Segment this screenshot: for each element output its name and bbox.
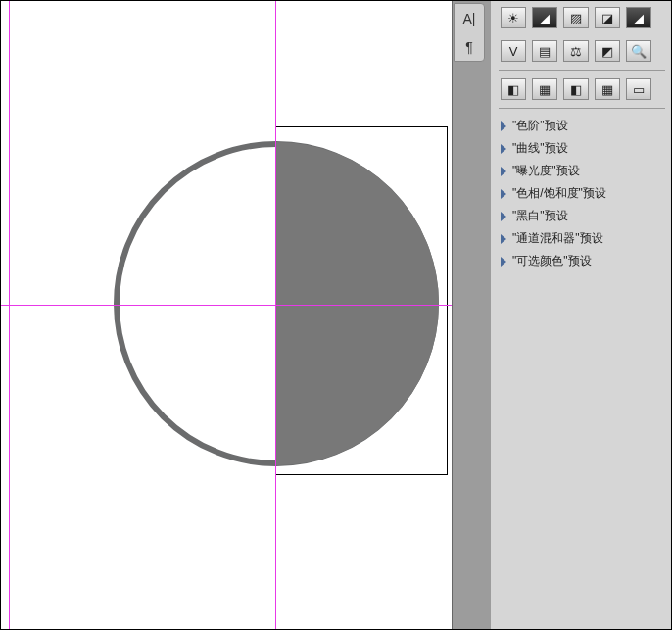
preset-channel-mixer[interactable]: "通道混和器"预设 (491, 227, 672, 250)
vibrance-icon[interactable]: V (501, 40, 526, 62)
selective-color-icon[interactable]: ▭ (626, 78, 651, 100)
preset-label: "色相/饱和度"预设 (512, 185, 606, 202)
preset-label: "曝光度"预设 (512, 163, 580, 179)
adjustments-row-3: ◧ ▦ ◧ ▦ ▭ (491, 73, 672, 106)
paragraph-icon: ¶ (465, 39, 473, 55)
bw-icon[interactable]: ◩ (595, 40, 620, 62)
guide-vertical-1 (9, 1, 10, 630)
selection-rectangle[interactable] (275, 126, 448, 475)
levels-icon[interactable]: ◢ (532, 7, 557, 28)
adjustments-row-1: ☀ ◢ ▨ ◪ ◢ (491, 1, 672, 34)
disclosure-icon (501, 257, 506, 267)
preset-label: "曲线"预设 (512, 140, 568, 157)
panels-column: ☀ ◢ ▨ ◪ ◢ V ▤ ⚖ ◩ 🔍 ◧ ▦ ◧ ▦ ▭ "色阶"预设 "曲线… (491, 1, 672, 630)
posterize-icon[interactable]: ▦ (532, 78, 557, 100)
brightness-icon[interactable]: ☀ (501, 7, 526, 28)
guide-horizontal (1, 305, 452, 306)
disclosure-icon (501, 212, 506, 221)
panel-dock-strip (452, 1, 491, 630)
preset-bw[interactable]: "黑白"预设 (491, 205, 672, 227)
canvas-area[interactable] (1, 1, 452, 630)
preset-label: "可选颜色"预设 (512, 253, 592, 269)
hue-icon[interactable]: ▤ (532, 40, 557, 62)
preset-selective-color[interactable]: "可选颜色"预设 (491, 250, 672, 272)
disclosure-icon (501, 167, 506, 176)
preset-exposure[interactable]: "曝光度"预设 (491, 160, 672, 182)
disclosure-icon (501, 144, 506, 154)
preset-label: "色阶"预设 (512, 118, 568, 134)
disclosure-icon (501, 121, 506, 131)
character-panel-tab[interactable]: A| ¶ (454, 3, 485, 62)
preset-levels[interactable]: "色阶"预设 (491, 115, 672, 137)
threshold-icon[interactable]: ◧ (563, 78, 589, 100)
balance-icon[interactable]: ⚖ (563, 40, 589, 62)
preset-hue-sat[interactable]: "色相/饱和度"预设 (491, 182, 672, 205)
lookup-icon[interactable]: 🔍 (626, 40, 651, 62)
adjustments-row-2: V ▤ ⚖ ◩ 🔍 (491, 34, 672, 68)
preset-label: "通道混和器"预设 (512, 230, 603, 247)
invert-icon[interactable]: ◧ (501, 78, 526, 100)
gradient-map-icon[interactable]: ▦ (595, 78, 620, 100)
curves-icon[interactable]: ▨ (563, 7, 589, 28)
character-icon: A| (463, 11, 476, 26)
exposure-icon[interactable]: ◪ (595, 7, 620, 28)
preset-label: "黑白"预设 (512, 208, 568, 224)
disclosure-icon (501, 234, 506, 244)
preset-curves[interactable]: "曲线"预设 (491, 137, 672, 160)
contrast-icon[interactable]: ◢ (626, 7, 651, 28)
guide-vertical-2 (275, 1, 276, 630)
preset-list: "色阶"预设 "曲线"预设 "曝光度"预设 "色相/饱和度"预设 "黑白"预设 … (491, 111, 672, 276)
disclosure-icon (501, 189, 506, 199)
